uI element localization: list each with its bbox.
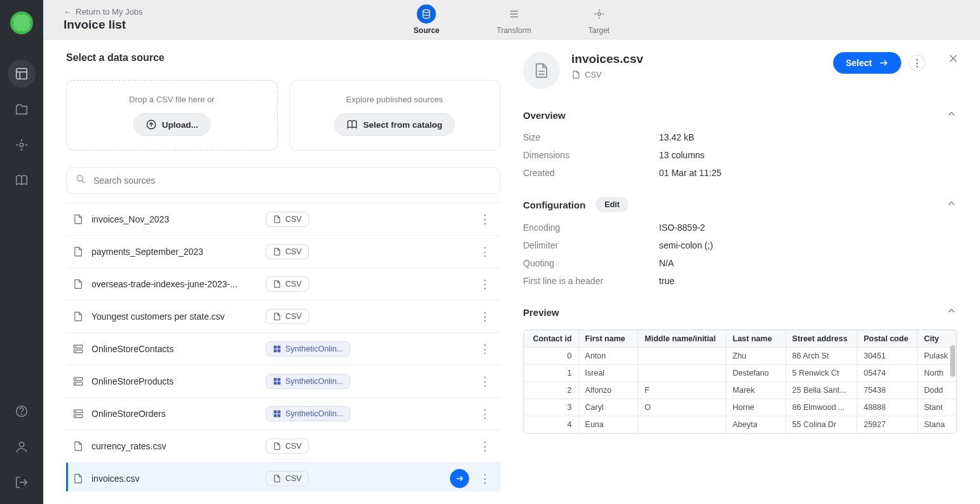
preview-col-header: Postal code [857, 330, 917, 348]
preview-cell: F [638, 382, 726, 399]
source-row[interactable]: OnlineStoreProductsSyntheticOnlin...⋮ [66, 365, 500, 398]
source-name: OnlineStoreContacts [92, 344, 258, 354]
source-name: Youngest customers per state.csv [92, 311, 258, 322]
source-badge: CSV [266, 309, 309, 324]
source-badge: CSV [266, 244, 309, 259]
book-icon [346, 119, 358, 130]
drop-zone[interactable]: Drop a CSV file here or Upload... [66, 80, 278, 151]
preview-row: 0AntonZhu86 Arch St30451Pulask [524, 348, 956, 365]
source-name: OnlineStoreOrders [92, 409, 258, 419]
source-row[interactable]: invoices.csvCSV⋮ [66, 463, 500, 491]
nav-help[interactable] [8, 397, 36, 425]
step-source[interactable]: Source [414, 4, 440, 35]
config-toggle[interactable] [946, 198, 957, 212]
svg-rect-43 [274, 382, 277, 385]
preview-col-header: Middle name/initial [638, 330, 726, 348]
svg-point-39 [76, 379, 76, 379]
row-more-button[interactable]: ⋮ [477, 275, 493, 294]
preview-title: Preview [523, 307, 559, 318]
source-row[interactable]: OnlineStoreContactsSyntheticOnlin...⋮ [66, 333, 500, 365]
arrow-left-icon: ← [64, 7, 72, 17]
search-input[interactable] [66, 167, 500, 194]
preview-scrollbar[interactable] [950, 345, 955, 377]
row-more-button[interactable]: ⋮ [477, 372, 493, 391]
source-badge: CSV [266, 439, 309, 454]
source-name: invoices_Nov_2023 [92, 214, 258, 224]
source-row[interactable]: invoices_Nov_2023CSV⋮ [66, 203, 500, 236]
source-row[interactable]: payments_September_2023CSV⋮ [66, 236, 500, 268]
nav-folder[interactable] [8, 95, 36, 123]
svg-point-27 [77, 175, 83, 181]
preview-row: 3CarylOHorne86 Elmwood ...48888Stant [524, 399, 956, 416]
file-icon [72, 311, 84, 322]
overview-toggle[interactable] [946, 108, 957, 122]
svg-point-48 [76, 416, 76, 416]
svg-rect-36 [278, 350, 281, 353]
preview-cell: Caryl [578, 399, 638, 416]
nav-jobs[interactable] [8, 60, 36, 88]
preview-cell: Stant [917, 399, 956, 416]
row-more-button[interactable]: ⋮ [477, 437, 493, 456]
source-name: overseas-trade-indexes-june-2023-... [92, 279, 258, 289]
upload-button[interactable]: Upload... [133, 113, 210, 136]
config-edit-button[interactable]: Edit [595, 197, 629, 212]
detail-filetype: CSV [585, 70, 602, 79]
svg-rect-51 [274, 414, 277, 418]
nav-target[interactable] [8, 131, 36, 159]
nav-logout[interactable] [8, 468, 36, 496]
back-link[interactable]: ← Return to My Jobs [64, 7, 143, 17]
preview-cell: 86 Elmwood ... [786, 399, 857, 416]
row-more-button[interactable]: ⋮ [477, 339, 493, 358]
svg-rect-41 [274, 378, 277, 381]
preview-col-header: City [917, 330, 956, 348]
arrow-right-icon [878, 58, 888, 68]
row-more-button[interactable]: ⋮ [477, 469, 493, 488]
row-more-button[interactable]: ⋮ [477, 210, 493, 229]
row-more-button[interactable]: ⋮ [477, 404, 493, 423]
nav-profile[interactable] [8, 433, 36, 461]
catalog-button[interactable]: Select from catalog [334, 113, 454, 136]
preview-toggle[interactable] [946, 305, 957, 319]
preview-cell: Destefano [726, 365, 786, 382]
source-list[interactable]: invoices_Nov_2023CSV⋮payments_September_… [66, 203, 500, 491]
preview-cell: Horne [726, 399, 786, 416]
preview-cell: 0 [524, 348, 579, 365]
page-title: Invoice list [64, 18, 143, 32]
preview-table-wrap: Contact idFirst nameMiddle name/initialL… [523, 329, 957, 434]
preview-cell: 25927 [857, 416, 917, 433]
svg-point-40 [76, 383, 76, 384]
preview-row: 4EunaAbeyta55 Colina Dr25927Stana [524, 416, 956, 433]
upload-icon [146, 119, 157, 130]
close-button[interactable] [944, 50, 962, 67]
overview-dimensions: 13 columns [659, 150, 705, 160]
select-button[interactable]: Select [833, 52, 901, 74]
source-row[interactable]: currency_rates.csvCSV⋮ [66, 430, 500, 463]
source-badge: CSV [266, 276, 309, 292]
preview-cell: Anton [578, 348, 638, 365]
detail-more-button[interactable]: ⋮ [909, 55, 925, 71]
preview-cell: Abeyta [726, 416, 786, 433]
source-badge: SyntheticOnlin... [266, 374, 350, 389]
row-more-button[interactable]: ⋮ [477, 307, 493, 326]
nav-rail [0, 0, 43, 504]
preview-row: 2AlfonzoFMarek25 Bella Sant...75438Dodd [524, 382, 956, 399]
table-icon [72, 343, 84, 355]
preview-cell: 75438 [857, 382, 917, 399]
file-icon [72, 440, 84, 452]
row-more-button[interactable]: ⋮ [477, 242, 493, 261]
catalog-label: Explore published sources [346, 95, 443, 104]
source-row[interactable]: overseas-trade-indexes-june-2023-...CSV⋮ [66, 268, 500, 301]
step-transform[interactable]: Transform [497, 4, 531, 35]
nav-catalog[interactable] [8, 167, 36, 194]
file-icon [72, 473, 84, 484]
preview-cell: Zhu [726, 348, 786, 365]
source-row[interactable]: OnlineStoreOrdersSyntheticOnlin...⋮ [66, 398, 500, 430]
preview-cell: Euna [578, 416, 638, 433]
source-badge: CSV [266, 212, 309, 227]
config-quoting: N/A [659, 258, 674, 268]
preview-cell [638, 416, 726, 433]
svg-rect-33 [274, 346, 277, 349]
step-target[interactable]: Target [589, 4, 609, 35]
preview-cell: Dodd [917, 382, 956, 399]
source-row[interactable]: Youngest customers per state.csvCSV⋮ [66, 301, 500, 333]
